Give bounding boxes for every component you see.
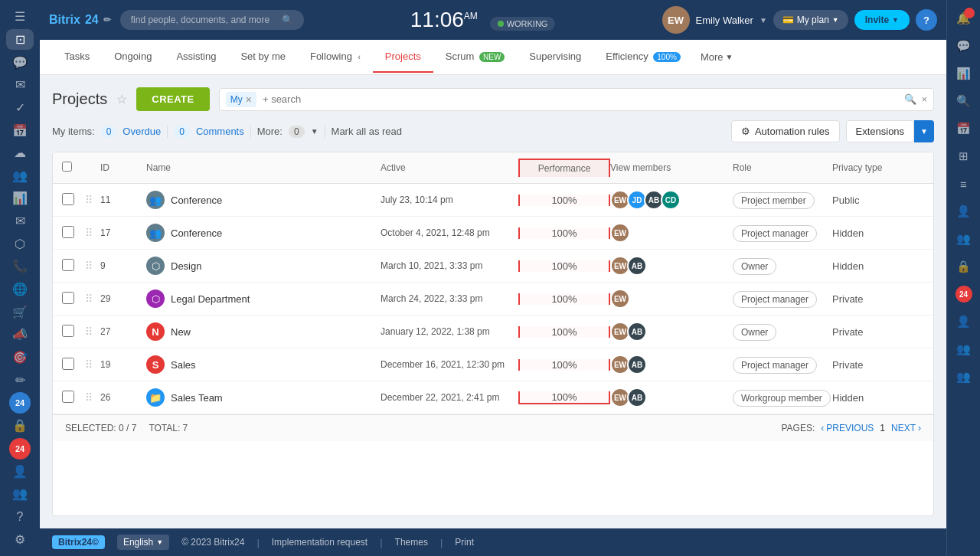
help-button[interactable]: ?	[916, 9, 937, 31]
row-drag-2[interactable]: ⠿	[85, 260, 100, 272]
prev-button[interactable]: ‹ PREVIOUS	[821, 423, 874, 433]
sidebar-users-icon[interactable]: 👤	[6, 461, 34, 482]
search-input[interactable]	[131, 15, 276, 25]
sidebar-marketing-icon[interactable]: 📣	[6, 324, 34, 345]
row-drag-0[interactable]: ⠿	[85, 194, 100, 206]
tab-assisting[interactable]: Assisting	[164, 41, 228, 73]
b24-logo-button[interactable]: Bitrix24©	[52, 535, 105, 549]
notif-lock-icon[interactable]: 🔒	[952, 254, 976, 279]
invite-button[interactable]: Invite ▼	[854, 10, 910, 30]
notif-list-icon[interactable]: ≡	[952, 172, 976, 196]
sidebar-tasks-icon[interactable]: ✓	[6, 97, 34, 119]
sidebar-calendar-icon[interactable]: 📅	[6, 119, 34, 141]
row-check-0[interactable]	[62, 193, 85, 208]
extensions-arrow-button[interactable]: ▼	[914, 120, 934, 142]
sidebar-settings-icon[interactable]: ⚙	[6, 528, 34, 550]
star-icon[interactable]: ☆	[116, 92, 127, 106]
header-check[interactable]	[62, 162, 85, 174]
sidebar-pen-icon[interactable]: ✏	[6, 369, 34, 391]
app-logo[interactable]: Bitrix 24 ✏	[49, 13, 111, 27]
row-check-3[interactable]	[62, 292, 85, 306]
row-check-4[interactable]	[62, 325, 85, 339]
sidebar-telephony-icon[interactable]: 📞	[6, 256, 34, 277]
sidebar-b24-label[interactable]: 24	[9, 392, 31, 414]
row-name-1[interactable]: Conference	[171, 227, 222, 239]
notif-user-icon[interactable]: 👤	[952, 309, 976, 334]
create-button[interactable]: CREATE	[136, 87, 209, 111]
notif-avatar-multi[interactable]: 👥	[952, 227, 976, 251]
tab-tasks[interactable]: Tasks	[52, 41, 102, 73]
row-check-2[interactable]	[62, 259, 85, 273]
more-dropdown-icon[interactable]: ▼	[311, 127, 318, 136]
search-bar[interactable]: 🔍	[120, 10, 304, 30]
row-drag-5[interactable]: ⠿	[85, 358, 100, 371]
notif-b24-red[interactable]: 24	[952, 282, 976, 306]
tab-setbyme[interactable]: Set by me	[228, 41, 298, 73]
sidebar-menu-icon[interactable]: ☰	[6, 6, 34, 28]
mark-read-button[interactable]: Mark all as read	[332, 126, 402, 137]
row-check-5[interactable]	[62, 358, 85, 372]
tab-projects[interactable]: Projects	[373, 41, 433, 73]
tab-ongoing[interactable]: Ongoing	[102, 41, 164, 73]
notif-calendar-icon[interactable]: 📅	[952, 116, 976, 141]
filter-search-input[interactable]	[263, 93, 898, 105]
row-drag-1[interactable]: ⠿	[85, 227, 100, 239]
filter-remove-icon[interactable]: ×	[246, 93, 252, 106]
extensions-button[interactable]: Extensions	[846, 120, 915, 142]
row-name-4[interactable]: New	[171, 326, 191, 338]
notif-chat-icon[interactable]: 💬	[952, 34, 976, 58]
sidebar-b24-red[interactable]: 24	[6, 438, 34, 460]
row-drag-4[interactable]: ⠿	[85, 325, 100, 338]
notif-contacts-icon[interactable]: 👤	[952, 199, 976, 224]
tab-more[interactable]: More ▼	[693, 42, 741, 72]
print-link[interactable]: Print	[455, 537, 474, 548]
logo-edit-icon[interactable]: ✏	[103, 15, 111, 25]
notif-bell-icon[interactable]: 🔔	[952, 6, 976, 31]
user-avatar[interactable]: EW	[662, 6, 690, 34]
filter-clear-icon[interactable]: ×	[921, 93, 927, 105]
sidebar-b24-red-label[interactable]: 24	[9, 438, 31, 460]
user-name[interactable]: Emily Walker	[696, 15, 753, 26]
sidebar-crm-icon[interactable]: 📊	[6, 188, 34, 209]
sidebar-sites-icon[interactable]: 🌐	[6, 279, 34, 300]
sidebar-drive-icon[interactable]: ☁	[6, 142, 34, 164]
notif-users2-icon[interactable]: 👥	[952, 365, 976, 389]
sidebar-b24-badge[interactable]: 24	[6, 392, 34, 414]
notif-grid-icon[interactable]: ⊞	[952, 144, 976, 168]
sidebar-shop-icon[interactable]: 🛒	[6, 301, 34, 322]
sidebar-help-icon[interactable]: ?	[6, 506, 34, 528]
row-drag-6[interactable]: ⠿	[85, 391, 100, 404]
row-name-5[interactable]: Sales	[171, 359, 196, 371]
row-check-6[interactable]	[62, 391, 85, 405]
filter-search-icon[interactable]: 🔍	[904, 93, 916, 105]
language-button[interactable]: English ▼	[117, 535, 169, 550]
sidebar-mail-icon[interactable]: ✉	[6, 211, 34, 232]
sidebar-goals-icon[interactable]: 🎯	[6, 347, 34, 368]
sidebar-chat-icon[interactable]: ✉	[6, 74, 34, 96]
row-name-0[interactable]: Conference	[171, 195, 222, 206]
row-check-1[interactable]	[62, 226, 85, 240]
notif-users-icon[interactable]: 👥	[952, 337, 976, 361]
notif-crm-icon[interactable]: 📊	[952, 61, 976, 86]
themes-link[interactable]: Themes	[395, 537, 428, 548]
tab-supervising[interactable]: Supervising	[517, 41, 593, 73]
next-button[interactable]: NEXT ›	[891, 423, 921, 433]
working-status[interactable]: WORKING	[490, 17, 556, 31]
tab-scrum[interactable]: Scrum NEW	[433, 41, 518, 73]
row-name-3[interactable]: Legal Department	[171, 293, 250, 305]
sidebar-home-icon[interactable]: ⊡	[6, 29, 34, 51]
tab-efficiency[interactable]: Efficiency 100%	[593, 41, 693, 73]
comments-link[interactable]: Comments	[196, 126, 244, 137]
tab-following[interactable]: Following ‹	[298, 41, 373, 73]
row-name-6[interactable]: Sales Team	[171, 392, 223, 404]
row-drag-3[interactable]: ⠿	[85, 293, 100, 305]
select-all-checkbox[interactable]	[62, 162, 72, 172]
myplan-button[interactable]: 💳 My plan ▼	[773, 10, 848, 30]
implementation-link[interactable]: Implementation request	[272, 537, 368, 548]
notif-search-icon[interactable]: 🔍	[952, 89, 976, 113]
sidebar-lock-icon[interactable]: 🔒	[6, 415, 34, 437]
sidebar-feed-icon[interactable]: 💬	[6, 51, 34, 73]
sidebar-groups-icon[interactable]: ⬡	[6, 233, 34, 254]
overdue-link[interactable]: Overdue	[122, 126, 161, 137]
user-dropdown-icon[interactable]: ▼	[760, 16, 767, 25]
